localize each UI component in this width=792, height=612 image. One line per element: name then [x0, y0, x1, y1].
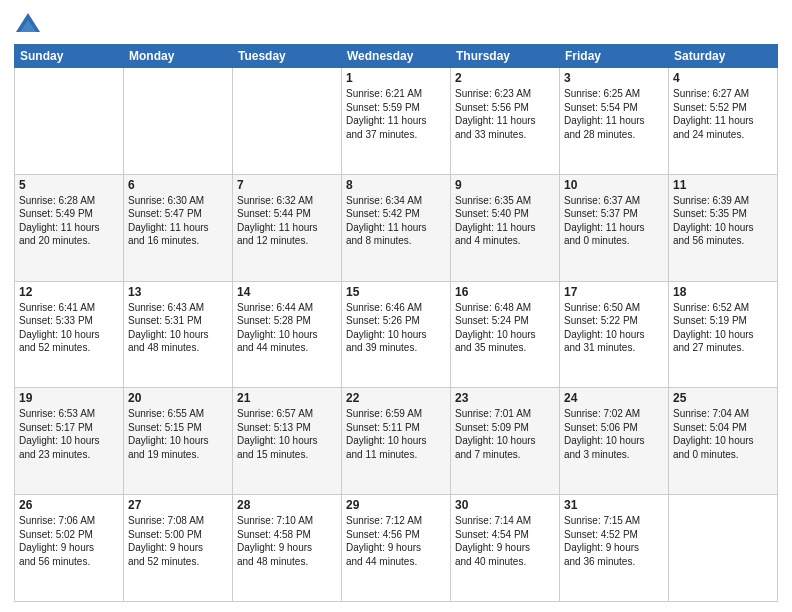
- day-number: 14: [237, 285, 337, 299]
- day-number: 8: [346, 178, 446, 192]
- day-info: Sunrise: 6:35 AM Sunset: 5:40 PM Dayligh…: [455, 194, 555, 248]
- day-number: 27: [128, 498, 228, 512]
- day-info: Sunrise: 7:02 AM Sunset: 5:06 PM Dayligh…: [564, 407, 664, 461]
- week-row-4: 19Sunrise: 6:53 AM Sunset: 5:17 PM Dayli…: [15, 388, 778, 495]
- empty-cell: [669, 495, 778, 602]
- day-cell-17: 17Sunrise: 6:50 AM Sunset: 5:22 PM Dayli…: [560, 281, 669, 388]
- day-cell-19: 19Sunrise: 6:53 AM Sunset: 5:17 PM Dayli…: [15, 388, 124, 495]
- empty-cell: [15, 68, 124, 175]
- day-cell-29: 29Sunrise: 7:12 AM Sunset: 4:56 PM Dayli…: [342, 495, 451, 602]
- day-number: 30: [455, 498, 555, 512]
- day-cell-3: 3Sunrise: 6:25 AM Sunset: 5:54 PM Daylig…: [560, 68, 669, 175]
- day-number: 23: [455, 391, 555, 405]
- day-number: 26: [19, 498, 119, 512]
- day-info: Sunrise: 6:37 AM Sunset: 5:37 PM Dayligh…: [564, 194, 664, 248]
- weekday-header-row: SundayMondayTuesdayWednesdayThursdayFrid…: [15, 45, 778, 68]
- day-info: Sunrise: 6:50 AM Sunset: 5:22 PM Dayligh…: [564, 301, 664, 355]
- weekday-header-tuesday: Tuesday: [233, 45, 342, 68]
- day-number: 29: [346, 498, 446, 512]
- day-info: Sunrise: 6:46 AM Sunset: 5:26 PM Dayligh…: [346, 301, 446, 355]
- day-number: 7: [237, 178, 337, 192]
- weekday-header-wednesday: Wednesday: [342, 45, 451, 68]
- day-cell-6: 6Sunrise: 6:30 AM Sunset: 5:47 PM Daylig…: [124, 174, 233, 281]
- day-info: Sunrise: 6:23 AM Sunset: 5:56 PM Dayligh…: [455, 87, 555, 141]
- day-info: Sunrise: 6:34 AM Sunset: 5:42 PM Dayligh…: [346, 194, 446, 248]
- day-cell-22: 22Sunrise: 6:59 AM Sunset: 5:11 PM Dayli…: [342, 388, 451, 495]
- day-info: Sunrise: 7:06 AM Sunset: 5:02 PM Dayligh…: [19, 514, 119, 568]
- day-info: Sunrise: 6:21 AM Sunset: 5:59 PM Dayligh…: [346, 87, 446, 141]
- day-cell-12: 12Sunrise: 6:41 AM Sunset: 5:33 PM Dayli…: [15, 281, 124, 388]
- day-number: 2: [455, 71, 555, 85]
- weekday-header-thursday: Thursday: [451, 45, 560, 68]
- logo-icon: [14, 10, 42, 38]
- day-info: Sunrise: 6:41 AM Sunset: 5:33 PM Dayligh…: [19, 301, 119, 355]
- day-cell-7: 7Sunrise: 6:32 AM Sunset: 5:44 PM Daylig…: [233, 174, 342, 281]
- day-number: 22: [346, 391, 446, 405]
- day-cell-18: 18Sunrise: 6:52 AM Sunset: 5:19 PM Dayli…: [669, 281, 778, 388]
- day-number: 13: [128, 285, 228, 299]
- day-info: Sunrise: 7:15 AM Sunset: 4:52 PM Dayligh…: [564, 514, 664, 568]
- day-number: 5: [19, 178, 119, 192]
- day-number: 1: [346, 71, 446, 85]
- day-number: 16: [455, 285, 555, 299]
- day-number: 10: [564, 178, 664, 192]
- day-number: 11: [673, 178, 773, 192]
- day-info: Sunrise: 6:57 AM Sunset: 5:13 PM Dayligh…: [237, 407, 337, 461]
- day-number: 9: [455, 178, 555, 192]
- day-number: 18: [673, 285, 773, 299]
- day-info: Sunrise: 7:01 AM Sunset: 5:09 PM Dayligh…: [455, 407, 555, 461]
- calendar-table: SundayMondayTuesdayWednesdayThursdayFrid…: [14, 44, 778, 602]
- day-cell-24: 24Sunrise: 7:02 AM Sunset: 5:06 PM Dayli…: [560, 388, 669, 495]
- day-number: 3: [564, 71, 664, 85]
- day-info: Sunrise: 7:08 AM Sunset: 5:00 PM Dayligh…: [128, 514, 228, 568]
- logo: [14, 10, 46, 38]
- day-number: 19: [19, 391, 119, 405]
- day-cell-13: 13Sunrise: 6:43 AM Sunset: 5:31 PM Dayli…: [124, 281, 233, 388]
- day-cell-5: 5Sunrise: 6:28 AM Sunset: 5:49 PM Daylig…: [15, 174, 124, 281]
- day-cell-10: 10Sunrise: 6:37 AM Sunset: 5:37 PM Dayli…: [560, 174, 669, 281]
- day-number: 4: [673, 71, 773, 85]
- day-cell-16: 16Sunrise: 6:48 AM Sunset: 5:24 PM Dayli…: [451, 281, 560, 388]
- day-info: Sunrise: 7:14 AM Sunset: 4:54 PM Dayligh…: [455, 514, 555, 568]
- day-cell-1: 1Sunrise: 6:21 AM Sunset: 5:59 PM Daylig…: [342, 68, 451, 175]
- day-cell-9: 9Sunrise: 6:35 AM Sunset: 5:40 PM Daylig…: [451, 174, 560, 281]
- day-cell-25: 25Sunrise: 7:04 AM Sunset: 5:04 PM Dayli…: [669, 388, 778, 495]
- day-info: Sunrise: 7:10 AM Sunset: 4:58 PM Dayligh…: [237, 514, 337, 568]
- week-row-5: 26Sunrise: 7:06 AM Sunset: 5:02 PM Dayli…: [15, 495, 778, 602]
- empty-cell: [233, 68, 342, 175]
- day-number: 24: [564, 391, 664, 405]
- day-info: Sunrise: 6:43 AM Sunset: 5:31 PM Dayligh…: [128, 301, 228, 355]
- day-info: Sunrise: 6:28 AM Sunset: 5:49 PM Dayligh…: [19, 194, 119, 248]
- day-cell-11: 11Sunrise: 6:39 AM Sunset: 5:35 PM Dayli…: [669, 174, 778, 281]
- weekday-header-sunday: Sunday: [15, 45, 124, 68]
- day-info: Sunrise: 6:27 AM Sunset: 5:52 PM Dayligh…: [673, 87, 773, 141]
- day-number: 28: [237, 498, 337, 512]
- page: SundayMondayTuesdayWednesdayThursdayFrid…: [0, 0, 792, 612]
- day-cell-8: 8Sunrise: 6:34 AM Sunset: 5:42 PM Daylig…: [342, 174, 451, 281]
- day-number: 20: [128, 391, 228, 405]
- day-number: 15: [346, 285, 446, 299]
- empty-cell: [124, 68, 233, 175]
- day-cell-30: 30Sunrise: 7:14 AM Sunset: 4:54 PM Dayli…: [451, 495, 560, 602]
- day-cell-2: 2Sunrise: 6:23 AM Sunset: 5:56 PM Daylig…: [451, 68, 560, 175]
- week-row-1: 1Sunrise: 6:21 AM Sunset: 5:59 PM Daylig…: [15, 68, 778, 175]
- day-cell-15: 15Sunrise: 6:46 AM Sunset: 5:26 PM Dayli…: [342, 281, 451, 388]
- day-cell-23: 23Sunrise: 7:01 AM Sunset: 5:09 PM Dayli…: [451, 388, 560, 495]
- weekday-header-friday: Friday: [560, 45, 669, 68]
- day-cell-21: 21Sunrise: 6:57 AM Sunset: 5:13 PM Dayli…: [233, 388, 342, 495]
- day-cell-26: 26Sunrise: 7:06 AM Sunset: 5:02 PM Dayli…: [15, 495, 124, 602]
- day-info: Sunrise: 6:55 AM Sunset: 5:15 PM Dayligh…: [128, 407, 228, 461]
- day-number: 17: [564, 285, 664, 299]
- weekday-header-monday: Monday: [124, 45, 233, 68]
- day-cell-4: 4Sunrise: 6:27 AM Sunset: 5:52 PM Daylig…: [669, 68, 778, 175]
- day-number: 25: [673, 391, 773, 405]
- day-number: 21: [237, 391, 337, 405]
- day-number: 31: [564, 498, 664, 512]
- header: [14, 10, 778, 38]
- day-info: Sunrise: 6:48 AM Sunset: 5:24 PM Dayligh…: [455, 301, 555, 355]
- day-info: Sunrise: 6:25 AM Sunset: 5:54 PM Dayligh…: [564, 87, 664, 141]
- day-info: Sunrise: 7:12 AM Sunset: 4:56 PM Dayligh…: [346, 514, 446, 568]
- day-cell-31: 31Sunrise: 7:15 AM Sunset: 4:52 PM Dayli…: [560, 495, 669, 602]
- day-info: Sunrise: 6:53 AM Sunset: 5:17 PM Dayligh…: [19, 407, 119, 461]
- day-number: 6: [128, 178, 228, 192]
